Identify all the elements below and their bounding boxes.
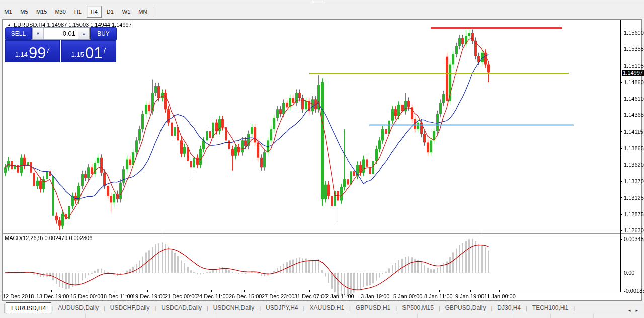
timeframe-button-h4[interactable]: H4 (87, 6, 102, 18)
time-axis-label: 2 Jan 11:00 (326, 293, 354, 299)
price-scale-label: 1.15105 (624, 63, 644, 69)
price-scale-label: 1.13125 (624, 195, 644, 201)
chart-tab-dj30-h4[interactable]: DJ30,H4 (492, 303, 526, 313)
chart-tab-eurusd-h4[interactable]: EURUSD,H4 (6, 302, 51, 313)
time-axis-label: 24 Dec 11:00 (196, 293, 229, 299)
macd-indicator-label: MACD(12,26,9) 0.002479 0.002806 (5, 235, 92, 241)
status-cell (551, 313, 594, 318)
tab-separator: | (573, 304, 575, 313)
time-axis-label: 8 Jan 11:00 (424, 293, 453, 299)
one-click-trading-panel: SELL ▼ 0.01 ▲ BUY 1.14 99 7 1.15 01 7 (5, 27, 117, 62)
volume-decrease-icon[interactable]: ▼ (33, 28, 44, 39)
chart-tab-bar: EURUSD,H4|AUDUSD,Daily|USDCHF,Daily|USDC… (0, 302, 644, 313)
status-cell (86, 313, 216, 318)
timeframe-button-m5[interactable]: M5 (17, 6, 32, 18)
timeframe-button-m15[interactable]: M15 (33, 6, 50, 18)
volume-increase-icon[interactable]: ▲ (78, 28, 89, 39)
time-axis-label: 15 Dec 00:00 (70, 293, 103, 299)
price-scale-label: 1.13370 (624, 178, 644, 184)
toolbar-separator (153, 7, 153, 17)
time-axis-label: 19 Dec 19:00 (132, 293, 165, 299)
chart-tab-xauusd-h1[interactable]: XAUUSD,H1 (304, 303, 349, 313)
timeframe-button-mn[interactable]: MN (135, 6, 150, 18)
timeframe-button-d1[interactable]: D1 (103, 6, 118, 18)
bid-price-major: 1.14 (15, 51, 28, 60)
macd-scale-label: 0.00 (624, 270, 634, 276)
time-axis-label: 5 Jan 00:00 (393, 293, 423, 299)
price-scale-label: 1.14115 (624, 129, 643, 135)
price-scale-label: 1.12875 (624, 211, 644, 217)
bid-price-button[interactable]: 1.14 99 7 (5, 40, 60, 62)
macd-scale-label: 0.003452 (624, 236, 644, 242)
timeframe-toolbar: M1M5M15M30H1H4D1W1MN (0, 4, 644, 19)
tab-scroll-controls: ◂ ▸ (628, 308, 644, 313)
chart-tab-sp500-m15[interactable]: SP500,M15 (397, 303, 439, 313)
time-axis-label: 18 Dec 11:00 (101, 293, 133, 299)
timeframe-button-m30[interactable]: M30 (51, 6, 69, 18)
volume-stepper: ▼ 0.01 ▲ (32, 27, 90, 40)
price-scale-label: 1.14610 (624, 96, 644, 102)
current-price-badge: 1.14997 (622, 70, 644, 76)
time-axis-label: 3 Jan 19:00 (361, 293, 390, 299)
ask-price-major: 1.15 (71, 51, 84, 60)
time-axis-label: 13 Dec 19:00 (36, 293, 69, 299)
price-scale-label: 1.13865 (624, 145, 644, 151)
price-scale-label: 1.15355 (624, 46, 644, 52)
price-scale-label: 1.15600 (624, 30, 644, 36)
time-axis-label: 12 Dec 2018 (3, 293, 34, 299)
window-top-strip (0, 0, 644, 4)
time-axis-label: 26 Dec 15:00 (229, 293, 262, 299)
macd-scale-label: -0.001851 (624, 288, 644, 294)
chart-tab-gbpusd-h1[interactable]: GBPUSD,H1 (351, 303, 395, 313)
chart-tab-gbpusd-daily[interactable]: GBPUSD,Daily (440, 303, 491, 313)
chart-tab-usdcad-daily[interactable]: USDCAD,Daily (156, 303, 207, 313)
time-axis-label: 11 Jan 00:00 (484, 293, 516, 299)
ask-price-pipette: 7 (103, 47, 107, 54)
timeframe-button-h1[interactable]: H1 (70, 6, 86, 18)
chart-tab-usdchf-daily[interactable]: USDCHF,Daily (105, 303, 155, 313)
chart-tabs: EURUSD,H4|AUDUSD,Daily|USDCHF,Daily|USDC… (6, 302, 575, 313)
chart-tab-usdcnh-daily[interactable]: USDCNH,Daily (208, 303, 259, 313)
timeframe-button-w1[interactable]: W1 (119, 6, 134, 18)
bid-price-pipette: 7 (46, 47, 50, 54)
price-scale-label: 1.14860 (624, 79, 644, 85)
tab-bar-grip (0, 304, 5, 313)
collapse-panel-icon[interactable]: ▲ (7, 23, 11, 27)
time-axis-label: 31 Dec 07:00 (294, 293, 327, 299)
status-strip (0, 313, 644, 318)
status-cell (0, 313, 86, 318)
chart-tab-usdjpy-h4[interactable]: USDJPY,H4 (261, 303, 303, 313)
status-cell (216, 313, 357, 318)
tab-scroll-right-icon[interactable]: ▸ (635, 308, 638, 313)
ask-price-pips: 01 (85, 47, 102, 60)
timeframe-button-m1[interactable]: M1 (1, 6, 16, 18)
time-axis-label: 27 Dec 23:00 (262, 293, 294, 299)
status-cell (418, 313, 513, 318)
toolbar-grip[interactable] (311, 1, 324, 3)
status-cell (513, 313, 551, 318)
volume-input[interactable]: 0.01 (44, 28, 78, 39)
status-cell (357, 313, 418, 318)
chart-tab-audusd-daily[interactable]: AUDUSD,Daily (53, 303, 104, 313)
buy-button[interactable]: BUY (90, 27, 117, 40)
time-axis-label: 21 Dec 00:00 (165, 293, 197, 299)
price-scale-label: 1.12630 (624, 227, 644, 233)
ask-price-button[interactable]: 1.15 01 7 (61, 40, 116, 62)
sell-button[interactable]: SELL (5, 27, 32, 40)
chart-tab-tech100-h1[interactable]: TECH100,H1 (527, 303, 573, 313)
bid-price-pips: 99 (29, 47, 46, 60)
tab-scroll-left-icon[interactable]: ◂ (628, 308, 631, 313)
time-axis-label: 9 Jan 19:00 (455, 293, 485, 299)
price-scale-label: 1.13620 (624, 162, 644, 168)
price-scale-label: 1.14365 (624, 112, 644, 118)
